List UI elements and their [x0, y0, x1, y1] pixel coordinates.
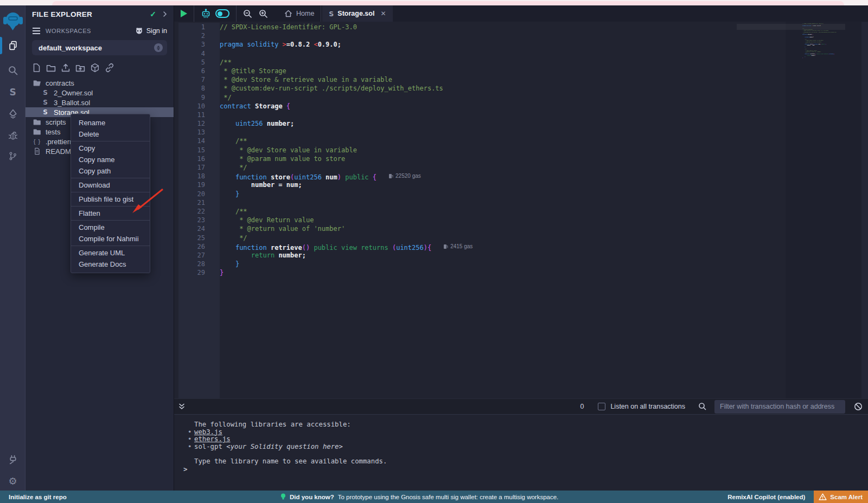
- check-icon[interactable]: ✓: [150, 10, 156, 18]
- file-tree-label: tests: [46, 128, 60, 136]
- context-menu-item-copy-name[interactable]: Copy name: [71, 154, 150, 165]
- clear-console-icon[interactable]: [854, 402, 863, 411]
- rail-debugger-icon[interactable]: [0, 125, 25, 146]
- line-number: 17: [178, 163, 205, 172]
- code-line: uint256 number;: [220, 119, 785, 128]
- main-area: Home S Storage.sol ✕ 1234567891011121314…: [174, 5, 868, 491]
- git-init-status[interactable]: Initialize as git repo: [9, 494, 67, 500]
- terminal-search-icon[interactable]: [698, 402, 707, 411]
- upload-file-icon[interactable]: [61, 63, 71, 73]
- expand-terminal-icon[interactable]: [178, 403, 186, 410]
- code-line: /**: [220, 137, 785, 145]
- workspace-name: default_workspace: [39, 44, 154, 52]
- line-number: 21: [178, 198, 205, 207]
- code-line: [220, 128, 785, 137]
- rail-settings-icon[interactable]: ⚙: [0, 470, 25, 492]
- remix-logo-icon: [3, 12, 23, 31]
- status-right: RemixAI Copilot (enabled) Scam Alert: [727, 491, 868, 503]
- code-line: [220, 198, 785, 207]
- line-number: 18: [178, 172, 205, 180]
- link-icon[interactable]: [105, 63, 114, 73]
- terminal-prompt[interactable]: >: [183, 466, 187, 473]
- context-menu-item-download[interactable]: Download: [71, 179, 150, 191]
- file-tree-label: scripts: [46, 118, 66, 126]
- code-line: * @custom:dev-run-script ./scripts/deplo…: [220, 84, 785, 93]
- tip-text: To prototype using the Gnosis safe multi…: [338, 494, 559, 500]
- bullet-icon: •: [188, 443, 194, 451]
- context-menu-item-compile[interactable]: Compile: [71, 222, 150, 233]
- code-line: function store(uint256 num) public {2252…: [220, 172, 785, 180]
- code-editor[interactable]: 1234567891011121314151617181920212223242…: [174, 22, 868, 398]
- zoom-out-button[interactable]: [237, 5, 256, 22]
- close-tab-icon[interactable]: ✕: [380, 10, 386, 17]
- folder-icon: [33, 128, 41, 136]
- context-menu-group: CompileCompile for Nahmii: [71, 221, 150, 246]
- status-bar: Initialize as git repo Did you know? To …: [0, 491, 868, 503]
- file-tree-item[interactable]: S2_Owner.sol: [25, 88, 174, 98]
- import-box-icon[interactable]: [90, 63, 100, 73]
- rail-file-explorer-icon[interactable]: [0, 35, 25, 56]
- terminal-link[interactable]: web3.js: [194, 428, 222, 436]
- context-menu-item-generate-docs[interactable]: Generate Docs: [71, 259, 150, 270]
- rail-git-icon[interactable]: [0, 145, 25, 167]
- icon-rail: S ⚙: [0, 5, 25, 491]
- context-menu-item-copy-path[interactable]: Copy path: [71, 165, 150, 177]
- context-menu-item-copy[interactable]: Copy: [71, 143, 150, 154]
- file-tree-item[interactable]: contracts: [25, 78, 174, 88]
- remix-ide-window: S ⚙ FILE EXPLORER ✓ WORKSPACES Sign in d…: [0, 0, 868, 503]
- context-menu-item-rename[interactable]: Rename: [71, 117, 150, 128]
- tab-storage-sol[interactable]: S Storage.sol ✕: [322, 5, 392, 22]
- rail-plugin-manager-icon[interactable]: [0, 449, 25, 470]
- file-tree-label: contracts: [46, 79, 74, 87]
- run-script-button[interactable]: [174, 5, 194, 22]
- toggle-on-icon: [215, 9, 229, 18]
- code-line: [220, 111, 785, 119]
- file-tree-label: 2_Owner.sol: [54, 89, 93, 97]
- scam-alert-button[interactable]: Scam Alert: [814, 491, 868, 503]
- zoom-in-button[interactable]: [256, 5, 275, 22]
- code-content: // SPDX-License-Identifier: GPL-3.0pragm…: [220, 23, 785, 277]
- hamburger-menu-icon[interactable]: [32, 27, 41, 35]
- line-number: 14: [178, 137, 205, 145]
- line-number: 10: [178, 102, 205, 111]
- context-menu-item-publish-file-to-gist[interactable]: Publish file to gist: [71, 194, 150, 205]
- tab-home[interactable]: Home: [278, 5, 321, 22]
- line-number: 16: [178, 154, 205, 163]
- folder-icon: [33, 118, 41, 126]
- transaction-filter-input[interactable]: [714, 400, 845, 414]
- listen-transactions-checkbox[interactable]: [598, 403, 605, 410]
- terminal-link[interactable]: ethers.js: [194, 435, 231, 443]
- remix-logo[interactable]: [0, 8, 25, 36]
- file-tree-item[interactable]: S3_Ballot.sol: [25, 98, 174, 107]
- line-number: 2: [178, 31, 205, 40]
- rail-search-icon[interactable]: [0, 60, 25, 81]
- context-menu-item-compile-for-nahmii[interactable]: Compile for Nahmii: [71, 233, 150, 244]
- rail-solidity-compiler-icon[interactable]: S: [0, 81, 25, 103]
- copilot-toggle[interactable]: [213, 5, 236, 22]
- context-menu-item-delete[interactable]: Delete: [71, 128, 150, 140]
- sign-in-button[interactable]: Sign in: [135, 27, 167, 35]
- context-menu-item-flatten[interactable]: Flatten: [71, 208, 150, 219]
- minimap[interactable]: // SPDX-License-Identifier: GPL-3.0pragm…: [802, 23, 862, 88]
- upload-folder-icon[interactable]: [75, 63, 85, 73]
- file-icon: [33, 147, 41, 155]
- braces-icon: { }: [33, 138, 41, 145]
- new-file-icon[interactable]: [32, 63, 41, 73]
- editor-scrollbar[interactable]: [861, 22, 868, 398]
- context-menu: RenameDeleteCopyCopy nameCopy pathDownlo…: [71, 114, 150, 273]
- chevron-right-icon[interactable]: [162, 11, 168, 17]
- context-menu-group: Publish file to gist: [71, 192, 150, 207]
- new-folder-icon[interactable]: [46, 63, 56, 73]
- editor-right-zone: // SPDX-License-Identifier: GPL-3.0pragm…: [786, 22, 868, 398]
- code-line: * @title Storage: [220, 67, 785, 75]
- line-number: 12: [178, 119, 205, 128]
- rail-deploy-run-icon[interactable]: [0, 103, 25, 125]
- workspace-select[interactable]: default_workspace: [32, 40, 167, 55]
- code-line: number = num;: [220, 180, 785, 189]
- ai-copilot-robot-icon[interactable]: [194, 5, 213, 22]
- terminal-output[interactable]: The following libraries are accessible:•…: [174, 415, 868, 491]
- code-line: }: [220, 260, 785, 268]
- copilot-status[interactable]: RemixAI Copilot (enabled): [727, 494, 805, 500]
- browser-tab-edge: [52, 1, 844, 5]
- context-menu-item-generate-uml[interactable]: Generate UML: [71, 247, 150, 259]
